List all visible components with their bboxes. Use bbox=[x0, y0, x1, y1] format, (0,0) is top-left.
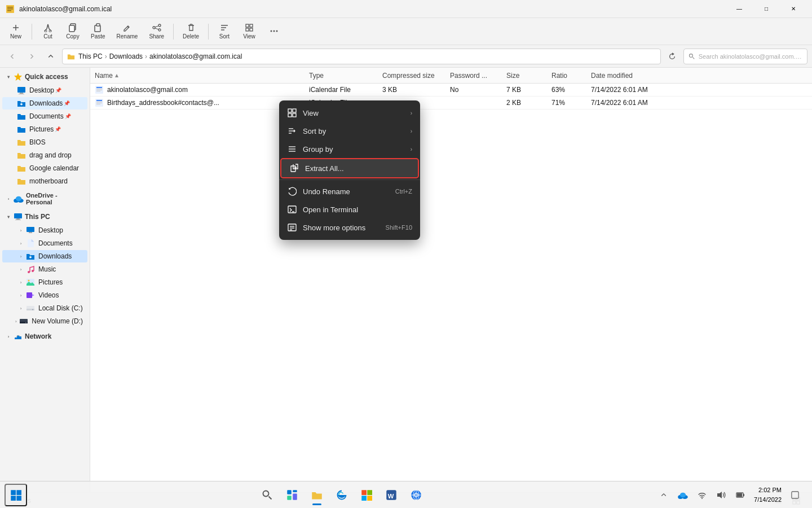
table-row[interactable]: akinolatolasco@gmail.com iCalendar File … bbox=[90, 84, 812, 97]
arrow-icon: › bbox=[411, 146, 412, 152]
system-tray-expand[interactable] bbox=[656, 487, 672, 503]
taskbar-widgets-icon bbox=[286, 489, 298, 501]
sidebar-item-desktop[interactable]: Desktop 📌 bbox=[2, 84, 87, 97]
volume-tray[interactable] bbox=[713, 487, 729, 503]
taskbar-word[interactable]: W bbox=[380, 484, 403, 506]
sidebar-item-pictures-quick[interactable]: Pictures 📌 bbox=[2, 123, 87, 135]
start-button[interactable] bbox=[5, 484, 27, 506]
new-button[interactable]: New bbox=[5, 21, 27, 42]
view-button[interactable]: View bbox=[238, 21, 261, 42]
sidebar-item-downloads-quick[interactable]: Downloads 📌 bbox=[2, 97, 87, 110]
svg-rect-70 bbox=[96, 102, 102, 102]
ctx-view[interactable]: View › bbox=[279, 104, 420, 122]
forward-button[interactable] bbox=[24, 49, 39, 64]
more-options-button[interactable] bbox=[263, 24, 285, 39]
sidebar-item-local-disk[interactable]: › Local Disk (C:) bbox=[2, 302, 87, 314]
ical-file-icon2 bbox=[95, 98, 104, 107]
col-header-ratio[interactable]: Ratio bbox=[547, 72, 586, 80]
sidebar-item-new-volume[interactable]: › New Volume (D:) bbox=[2, 315, 87, 327]
col-header-type[interactable]: Type bbox=[304, 72, 378, 80]
taskbar-widgets[interactable] bbox=[281, 484, 303, 506]
col-header-password[interactable]: Password ... bbox=[445, 72, 502, 80]
delete-button[interactable]: Delete bbox=[178, 21, 204, 42]
svg-marker-123 bbox=[717, 492, 722, 498]
this-pc-header[interactable]: ▾ This PC bbox=[0, 210, 90, 224]
folder-icon bbox=[67, 52, 75, 60]
onedrive-header[interactable]: › OneDrive - Personal bbox=[0, 190, 90, 208]
wifi-icon bbox=[698, 491, 707, 500]
table-row[interactable]: Birthdays_addressbook#contacts@... iCale… bbox=[90, 97, 812, 110]
toolbar: New Cut Copy Paste Rename bbox=[0, 18, 812, 45]
ctx-group[interactable]: Group by › bbox=[279, 140, 420, 158]
sidebar-item-drag-drop[interactable]: drag and drop bbox=[2, 149, 87, 161]
ical-file-icon bbox=[95, 85, 104, 94]
sort-button[interactable]: Sort bbox=[213, 21, 236, 42]
sidebar: ▾ Quick access Desktop 📌 Downloads 📌 Doc… bbox=[0, 68, 90, 492]
pictures-icon bbox=[17, 125, 26, 134]
rename-button[interactable]: Rename bbox=[112, 21, 143, 42]
sidebar-item-music-pc[interactable]: › Music bbox=[2, 263, 87, 275]
taskbar-store-icon bbox=[361, 489, 372, 501]
close-button[interactable]: ✕ bbox=[780, 0, 806, 18]
rename-icon bbox=[122, 23, 131, 32]
taskbar-file-explorer[interactable] bbox=[306, 484, 328, 506]
taskbar-search[interactable] bbox=[256, 484, 279, 506]
share-icon bbox=[152, 23, 161, 32]
quick-access-header[interactable]: ▾ Quick access bbox=[0, 70, 90, 84]
bios-folder-icon bbox=[17, 138, 26, 147]
svg-point-31 bbox=[689, 54, 692, 57]
network-header[interactable]: › Network bbox=[0, 330, 90, 343]
svg-rect-105 bbox=[287, 496, 292, 500]
back-button[interactable] bbox=[5, 49, 20, 64]
sidebar-item-videos-pc[interactable]: › Videos bbox=[2, 289, 87, 301]
sidebar-item-bios[interactable]: BIOS bbox=[2, 136, 87, 148]
up-button[interactable] bbox=[43, 49, 59, 64]
col-header-compressed[interactable]: Compressed size bbox=[378, 72, 445, 80]
col-header-size[interactable]: Size bbox=[502, 72, 547, 80]
svg-point-13 bbox=[158, 24, 161, 27]
sidebar-item-downloads-pc[interactable]: › Downloads bbox=[2, 250, 87, 262]
ctx-extract[interactable]: Extract All... bbox=[281, 159, 418, 177]
sidebar-item-desktop-pc[interactable]: › Desktop bbox=[2, 224, 87, 237]
new-volume-icon bbox=[19, 317, 28, 326]
clock[interactable]: 2:02 PM 7/14/2022 bbox=[752, 485, 784, 504]
taskbar-explorer-icon bbox=[311, 489, 323, 501]
ctx-undo[interactable]: Undo Rename Ctrl+Z bbox=[279, 182, 420, 200]
share-button[interactable]: Share bbox=[144, 21, 169, 42]
group-ctx-icon bbox=[287, 144, 297, 154]
sidebar-item-google-calendar[interactable]: Google calendar bbox=[2, 162, 87, 174]
svg-text:W: W bbox=[387, 493, 394, 500]
svg-point-53 bbox=[32, 309, 33, 310]
col-header-name[interactable]: Name bbox=[90, 72, 304, 80]
svg-rect-108 bbox=[367, 490, 372, 495]
taskbar-store[interactable] bbox=[355, 484, 378, 506]
sidebar-item-documents-quick[interactable]: Documents 📌 bbox=[2, 110, 87, 122]
ctx-more[interactable]: Show more options Shift+F10 bbox=[279, 218, 420, 237]
onedrive-tray[interactable] bbox=[675, 487, 691, 503]
ctx-terminal[interactable]: Open in Terminal bbox=[279, 200, 420, 218]
expand-icon: › bbox=[17, 291, 25, 299]
notification-tray[interactable] bbox=[787, 487, 803, 503]
maximize-button[interactable]: □ bbox=[753, 0, 779, 18]
col-header-date[interactable]: Date modified bbox=[586, 72, 677, 80]
taskbar-edge[interactable] bbox=[330, 484, 353, 506]
battery-tray[interactable] bbox=[732, 487, 748, 503]
arrow-icon: › bbox=[411, 110, 412, 116]
refresh-button[interactable] bbox=[664, 49, 680, 64]
taskbar-edge2[interactable] bbox=[405, 484, 427, 506]
search-bar[interactable]: Search akinolatolasco@gmail.com.ical bbox=[683, 49, 807, 64]
sidebar-item-motherboard[interactable]: motherboard bbox=[2, 175, 87, 187]
more-ctx-icon bbox=[287, 222, 297, 233]
view-ctx-icon bbox=[287, 108, 297, 118]
sidebar-item-documents-pc[interactable]: › Documents bbox=[2, 237, 87, 249]
minimize-button[interactable]: — bbox=[726, 0, 752, 18]
copy-button[interactable]: Copy bbox=[61, 21, 84, 42]
copy-icon bbox=[68, 23, 77, 32]
paste-button[interactable]: Paste bbox=[86, 21, 110, 42]
context-menu: View › Sort by › Group by › bbox=[279, 100, 420, 240]
ctx-sort[interactable]: Sort by › bbox=[279, 122, 420, 140]
breadcrumb[interactable]: This PC › Downloads › akinolatolasco@gma… bbox=[62, 49, 661, 64]
wifi-tray[interactable] bbox=[694, 487, 710, 503]
sidebar-item-pictures-pc[interactable]: › Pictures bbox=[2, 276, 87, 288]
cut-button[interactable]: Cut bbox=[37, 21, 59, 42]
